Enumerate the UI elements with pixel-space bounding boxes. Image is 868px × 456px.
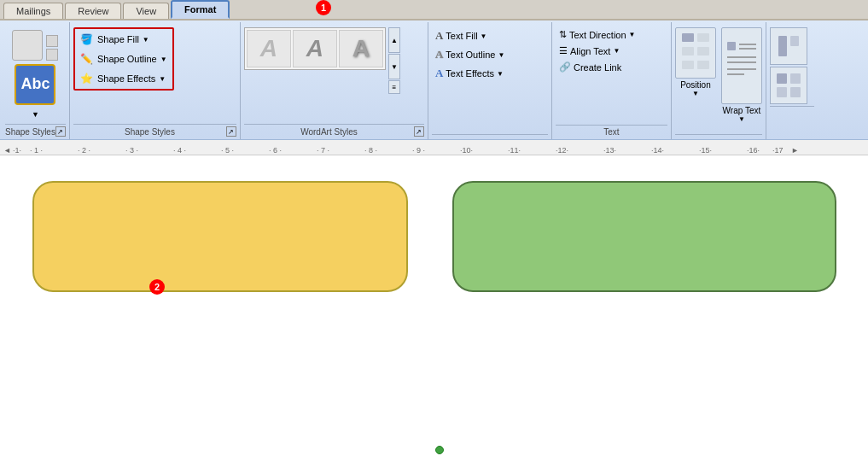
text-direction-group: ⇅ Text Direction ▼ ☰ Align Text ▼ 🔗 Crea…: [552, 22, 672, 139]
shape-effects-button[interactable]: ⭐ Shape Effects ▼: [77, 70, 171, 87]
shape-preview-area: Abc ▼: [5, 26, 66, 122]
text-direction-arrow[interactable]: ▼: [629, 31, 636, 38]
svg-rect-1: [697, 33, 709, 42]
position-button[interactable]: [675, 27, 716, 79]
tab-view[interactable]: View: [123, 3, 169, 19]
extra-group-bottom: [770, 106, 814, 111]
abc-button[interactable]: Abc: [15, 64, 55, 105]
wordart-group-bottom: WordArt Styles ↗: [244, 124, 424, 139]
shape-outline-icon: ✏️: [80, 52, 94, 66]
text-dir-group-bottom: Text: [556, 125, 667, 139]
ruler-tick-neg1: ·1·: [13, 146, 30, 155]
ruler-tick-16: ·16·: [747, 146, 772, 155]
text-effects-arrow[interactable]: ▼: [497, 70, 504, 78]
fill-dropdown-arrow[interactable]: ▼: [143, 36, 149, 44]
ruler-tick-14: ·14·: [651, 146, 699, 155]
shape-preview-group-bottom: Shape Styles ↗: [5, 124, 66, 139]
wordart-more[interactable]: ≡: [388, 80, 400, 94]
position-arrow[interactable]: ▼: [692, 90, 699, 97]
text-fill-arrow[interactable]: ▼: [481, 32, 487, 40]
wordart-item-1[interactable]: A: [247, 30, 291, 67]
ruler-tick-3: · 3 ·: [125, 146, 173, 155]
wrap-text-arrow[interactable]: ▼: [738, 115, 745, 123]
tab-format[interactable]: Format: [171, 0, 230, 19]
text-direction-icon: ⇅: [559, 29, 567, 40]
align-text-arrow[interactable]: ▼: [613, 47, 620, 55]
wordart-scroll-down[interactable]: ▼: [388, 54, 400, 79]
ruler-tick-2: · 2 ·: [78, 146, 125, 155]
create-link-icon: 🔗: [559, 61, 571, 73]
shape-styles-dialog-launcher-2[interactable]: ↗: [226, 126, 236, 137]
ruler-right-arrow: ►: [791, 146, 799, 155]
text-outline-icon: A: [435, 48, 443, 61]
wordart-scroll-up[interactable]: ▲: [388, 27, 400, 53]
shape-fill-icon: 🪣: [80, 32, 94, 46]
shape-yellow[interactable]: [32, 181, 408, 292]
extra-icon-1: [775, 32, 802, 60]
shape-styles-bottom-label: Shape Styles: [73, 127, 226, 137]
svg-rect-4: [682, 61, 694, 69]
text-fill-button[interactable]: A Text Fill ▼: [432, 27, 548, 44]
highlighted-box: 🪣 Shape Fill ▼ ✏️ Shape Outline ▼ ⭐ Shap…: [73, 27, 174, 91]
position-label: Position: [680, 80, 711, 90]
wordart-dialog-launcher[interactable]: ↗: [414, 126, 424, 137]
wordart-gallery: A A A: [244, 27, 386, 70]
extra-btn-2[interactable]: [770, 67, 807, 104]
extra-buttons-content: [770, 24, 814, 104]
shape-green[interactable]: [452, 181, 836, 292]
outline-dropdown-arrow[interactable]: ▼: [160, 56, 167, 63]
green-dot: [435, 446, 444, 454]
wordart-item-2[interactable]: A: [293, 30, 337, 67]
arrange-group-bottom: [675, 134, 762, 139]
create-link-button[interactable]: 🔗 Create Link: [556, 60, 667, 74]
badge-1: 1: [316, 0, 331, 15]
shape-styles-group-bottom: Shape Styles ↗: [73, 124, 236, 139]
tab-mailings[interactable]: Mailings: [3, 3, 63, 19]
tab-bar: Mailings Review View Format 1: [0, 0, 868, 20]
ruler-content: ◄ ·1· · 1 · · 2 · · 3 · · 4 · · 5 · · 6 …: [0, 140, 799, 155]
position-icon: [680, 32, 711, 74]
shape-fill-button[interactable]: 🪣 Shape Fill ▼: [77, 31, 171, 48]
text-outline-arrow[interactable]: ▼: [498, 51, 504, 59]
position-section: Position ▼: [675, 27, 716, 97]
wordart-styles-label: WordArt Styles: [244, 127, 414, 137]
shape-styles-label: Shape Styles: [5, 127, 55, 137]
wrap-text-button[interactable]: [721, 27, 762, 104]
shape-styles-dialog-launcher[interactable]: ↗: [55, 126, 66, 137]
text-effects-button[interactable]: A Text Effects ▼: [432, 65, 548, 82]
shape-outline-button[interactable]: ✏️ Shape Outline ▼: [77, 50, 171, 67]
small-thumb-1: [46, 35, 58, 47]
arrange-content: Position ▼ Wrap Text ▼: [675, 24, 762, 132]
wordart-row-1: A A A: [247, 30, 383, 67]
extra-icon-2: [775, 72, 802, 99]
align-text-button[interactable]: ☰ Align Text ▼: [556, 44, 667, 58]
text-group-label-2: Text: [556, 127, 667, 137]
wordart-item-3[interactable]: A: [339, 30, 383, 67]
ruler-tick-4: · 4 ·: [173, 146, 221, 155]
ruler-tick-10: ·10·: [460, 146, 508, 155]
shape-preview-group: Abc ▼ Shape Styles ↗: [2, 22, 70, 139]
svg-rect-16: [790, 73, 801, 84]
expand-arrow[interactable]: ▼: [32, 110, 39, 119]
ruler-tick-8: · 8 ·: [364, 146, 412, 155]
svg-rect-15: [777, 73, 787, 84]
text-outline-button[interactable]: A Text Outline ▼: [432, 46, 548, 63]
ruler: ◄ ·1· · 1 · · 2 · · 3 · · 4 · · 5 · · 6 …: [0, 140, 868, 155]
wordart-styles-group: A A A ▲ ▼ ≡ WordArt Styles ↗: [241, 22, 428, 139]
ruler-tick-9: · 9 ·: [412, 146, 460, 155]
ruler-tick-17: ·17: [772, 146, 789, 155]
text-group: A Text Fill ▼ A Text Outline ▼ A Text Ef…: [428, 22, 552, 139]
svg-rect-0: [682, 33, 694, 42]
tab-review[interactable]: Review: [65, 3, 121, 19]
wrap-text-label: Wrap Text: [723, 106, 761, 115]
ruler-tick-5: · 5 ·: [221, 146, 269, 155]
svg-rect-17: [777, 87, 787, 97]
text-direction-button[interactable]: ⇅ Text Direction ▼: [556, 27, 667, 42]
extra-btn-1[interactable]: [770, 27, 807, 65]
wrap-text-icon: [725, 40, 758, 91]
effects-dropdown-arrow[interactable]: ▼: [159, 75, 166, 83]
svg-rect-3: [697, 47, 709, 56]
shape-effects-icon: ⭐: [80, 72, 94, 85]
text-group-bottom: [432, 134, 548, 139]
extra-buttons-group: [766, 22, 818, 139]
